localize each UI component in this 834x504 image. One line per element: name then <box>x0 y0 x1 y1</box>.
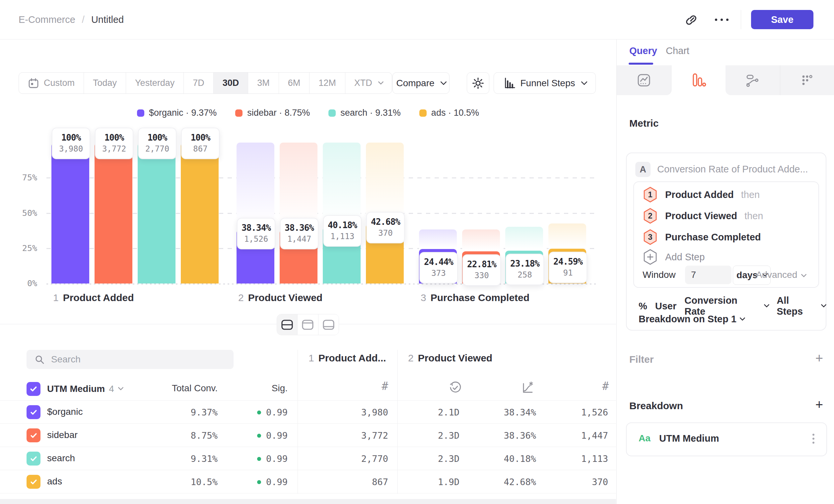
kebab-menu-icon[interactable] <box>812 434 814 444</box>
table-row-sidebar[interactable]: sidebar8.75%0.993,7722.3D38.36%1,447 <box>0 423 616 447</box>
insights-tab[interactable] <box>617 65 672 95</box>
select-all-checkbox[interactable] <box>26 382 41 396</box>
step1-count: 2,770 <box>361 454 388 464</box>
breadcrumb-workspace[interactable]: E-Commerce <box>19 14 75 25</box>
chevron-down-icon[interactable] <box>118 385 124 391</box>
step1-col-num: 1 <box>309 352 314 364</box>
sig-header[interactable]: Sig. <box>272 383 288 394</box>
table-row-ads[interactable]: ads10.5%0.998671.9D42.68%370 <box>0 470 616 494</box>
search-input[interactable] <box>50 354 211 365</box>
query-step-label: Purchase Completed <box>665 232 761 243</box>
window-value-input[interactable] <box>685 266 731 284</box>
funnel-bar-search-step1[interactable] <box>138 143 175 283</box>
string-property-icon: Aa <box>639 433 651 444</box>
row-checkbox[interactable] <box>26 475 41 489</box>
step2-col-label: Product Viewed <box>418 352 492 364</box>
share-link-button[interactable] <box>682 10 700 29</box>
breakdown-property-card[interactable]: Aa UTM Medium <box>626 422 827 456</box>
value-pct: 100% <box>52 132 90 143</box>
sig-value: 0.99 <box>257 407 288 417</box>
add-breakdown-button[interactable]: + <box>815 399 823 410</box>
conv-rate-icon[interactable] <box>521 381 534 394</box>
step1-column-title: 1 Product Add... <box>309 352 386 364</box>
count-metric-icon[interactable]: # <box>381 380 388 393</box>
advanced-toggle[interactable]: Advanced <box>756 270 806 280</box>
sig-number: 0.99 <box>266 477 288 487</box>
funnel-bar-sidebar-step1[interactable] <box>94 143 132 283</box>
query-step-3[interactable]: 3Purchase Completed <box>642 227 761 247</box>
count-metric-icon[interactable]: # <box>602 380 609 393</box>
avg-time-value: 1.9D <box>438 477 459 487</box>
report-title[interactable]: Untitled <box>91 14 124 25</box>
tab-query[interactable]: Query <box>629 45 657 56</box>
query-step-2[interactable]: 2Product Viewedthen <box>642 206 763 226</box>
y-axis-tick: 75% <box>13 173 37 182</box>
table-scroll-strip[interactable] <box>0 499 616 504</box>
value-pct: 38.36% <box>281 222 318 233</box>
report-canvas: CustomTodayYesterday7D30D3M6M12MXTD Comp… <box>0 40 616 504</box>
layout-split-button[interactable] <box>277 314 298 335</box>
query-step-1[interactable]: 1Product Addedthen <box>642 185 760 205</box>
table-row-search[interactable]: search9.31%0.992,7702.3D40.18%1,113 <box>0 446 616 470</box>
value-count: 1,447 <box>281 233 318 245</box>
step-hexagon-badge: 2 <box>642 208 658 224</box>
value-count: 1,113 <box>324 231 361 242</box>
tab-chart[interactable]: Chart <box>666 45 689 56</box>
add-step-hexagon-icon <box>642 249 658 265</box>
report-type-tabs <box>617 65 834 95</box>
ellipsis-icon <box>715 19 728 21</box>
value-pct: 100% <box>95 132 133 143</box>
add-step-button[interactable]: Add Step <box>642 247 705 267</box>
retention-tab[interactable] <box>780 65 834 95</box>
value-pct: 100% <box>182 132 219 143</box>
more-menu-button[interactable] <box>712 10 731 29</box>
entity-select[interactable]: User <box>655 301 677 312</box>
breakdown-property-label: UTM Medium <box>659 433 719 444</box>
funnel-ghost-sidebar-step2 <box>280 143 317 229</box>
funnel-bar-organic-step1[interactable] <box>51 143 89 283</box>
value-label: 38.36%1,447 <box>280 218 319 249</box>
breakdown-on-select[interactable]: Breakdown on Step 1 <box>639 314 744 325</box>
row-label: sidebar <box>47 430 78 440</box>
step1-count: 867 <box>372 477 388 487</box>
step1-count: 3,980 <box>361 407 388 417</box>
value-count: 867 <box>182 143 219 155</box>
save-button[interactable]: Save <box>751 10 813 29</box>
row-checkbox[interactable] <box>26 452 41 465</box>
metric-title[interactable]: Conversion Rate of Product Adde... <box>657 164 808 175</box>
breakdown-on-row: Breakdown on Step 1 <box>639 314 744 325</box>
layout-chart-only-button[interactable] <box>298 314 318 335</box>
window-label: Window <box>642 270 676 280</box>
funnel-ghost-sidebar-step3 <box>462 229 500 251</box>
chevron-down-icon <box>801 272 807 277</box>
avg-time-icon[interactable] <box>448 381 462 394</box>
layout-table-only-button[interactable] <box>319 314 339 335</box>
breakdown-col-label[interactable]: UTM Medium <box>47 384 105 394</box>
add-filter-button[interactable]: + <box>815 352 823 364</box>
series-letter-badge[interactable]: A <box>635 162 651 177</box>
sig-number: 0.99 <box>266 407 288 417</box>
value-pct: 42.68% <box>367 216 404 227</box>
step-badge-number: 2 <box>642 208 658 224</box>
sig-dot-icon <box>257 480 261 484</box>
top-pane-icon <box>302 319 314 330</box>
funnels-tab[interactable] <box>672 65 726 95</box>
step-badge-number: 3 <box>642 229 658 245</box>
funnel-ghost-ads-step2 <box>366 143 404 224</box>
total-conv-header[interactable]: Total Conv. <box>172 383 218 394</box>
table-row-organic[interactable]: $organic9.37%0.993,9802.1D38.34%1,526 <box>0 400 616 424</box>
row-checkbox[interactable] <box>26 428 41 442</box>
scope-select[interactable]: All Steps <box>776 295 826 317</box>
funnel-bar-ads-step1[interactable] <box>181 143 219 283</box>
top-bar: E-Commerce / Untitled Save <box>0 0 834 40</box>
step-axis-label-1: 1Product Added <box>53 292 134 303</box>
value-count: 91 <box>549 267 587 278</box>
avg-time-value: 2.3D <box>438 454 459 464</box>
flows-tab[interactable] <box>726 65 780 95</box>
row-checkbox[interactable] <box>26 405 41 419</box>
window-unit-label: days <box>737 270 758 280</box>
advanced-label: Advanced <box>756 270 797 280</box>
table-search[interactable] <box>26 350 234 369</box>
insights-icon <box>636 72 652 88</box>
chevron-down-icon <box>740 315 745 321</box>
